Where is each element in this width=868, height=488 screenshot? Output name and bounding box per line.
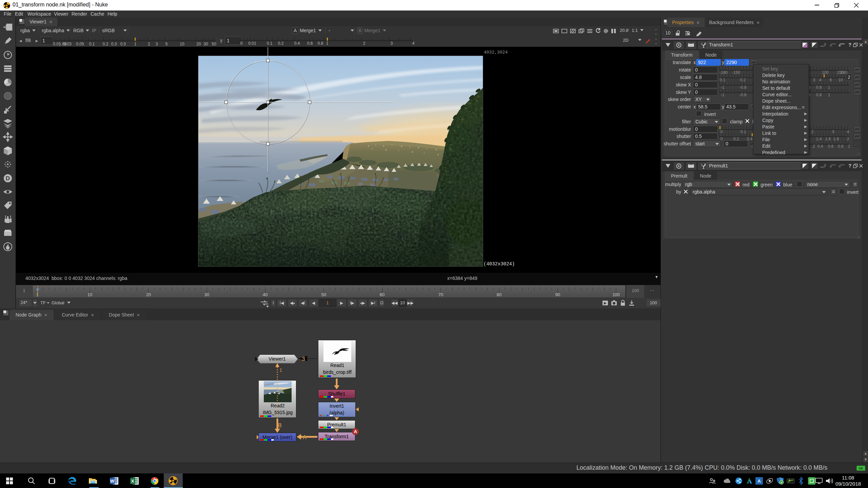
svg-text:W: W bbox=[110, 479, 115, 484]
svg-text:1: 1 bbox=[279, 367, 282, 373]
svg-text:A: A bbox=[757, 479, 761, 484]
svg-text:D: D bbox=[6, 175, 10, 182]
svg-text:A: A bbox=[303, 434, 307, 440]
svg-text:3: 3 bbox=[302, 356, 305, 362]
svg-text:1: 1 bbox=[37, 286, 39, 289]
svg-text:X: X bbox=[131, 479, 134, 484]
svg-text:B: B bbox=[278, 423, 282, 428]
